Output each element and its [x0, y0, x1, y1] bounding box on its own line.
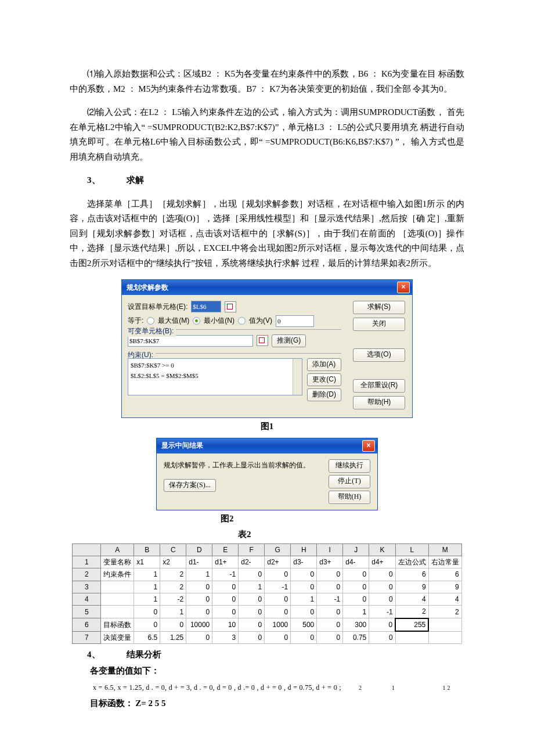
cell: 约束条件	[101, 568, 134, 581]
cell: 0	[212, 606, 239, 618]
cell: 决策变量	[101, 631, 134, 643]
cell: 0	[239, 568, 265, 581]
cell: -1	[265, 581, 291, 593]
cell: 0	[265, 568, 291, 581]
cell: 0	[317, 581, 343, 593]
cell: 0.75	[343, 631, 369, 643]
cell: d2-	[239, 556, 265, 568]
cell: 1	[160, 606, 186, 618]
cell	[101, 606, 134, 618]
cell: d1-	[186, 556, 212, 568]
col-header: I	[317, 543, 343, 556]
col-header: L	[395, 543, 428, 556]
cell: 6	[428, 568, 461, 581]
radio-min[interactable]	[193, 317, 200, 325]
col-header: H	[291, 543, 317, 556]
cell: 0	[239, 618, 265, 631]
cell: 0	[291, 568, 317, 581]
col-header: C	[160, 543, 186, 556]
table2-caption: 表2	[238, 527, 464, 542]
cell	[428, 618, 461, 631]
cell: 0	[239, 606, 265, 618]
col-header: B	[134, 543, 160, 556]
paragraph-1: ⑴输入原始数据和公式：区域B2 ： K5为各变量在约束条件中的系数，B6 ： K…	[70, 67, 464, 96]
ref-edit-icon[interactable]	[225, 301, 236, 312]
cell: 1	[134, 568, 160, 581]
figure2-caption: 图2	[221, 512, 464, 527]
constraints-list[interactable]: $B$7:$K$7 >= 0 $L$2:$L$5 = $M$2:$M$5	[128, 358, 302, 395]
dialog2-message: 规划求解暂停，工作表上显示出当前求解的值。	[164, 459, 318, 471]
options-button[interactable]: 选项(O)	[353, 348, 405, 362]
close-icon[interactable]: ×	[362, 440, 375, 452]
heading-3: 3、 求解	[87, 173, 464, 188]
reset-button[interactable]: 全部重设(R)	[353, 379, 405, 393]
dialog2-title: 显示中间结果	[161, 440, 203, 451]
solver-params-dialog: 规划求解参数 × 设置目标单元格(E): 等于: 最大值(M) 最小值(N) 值…	[121, 279, 413, 418]
cell: 0	[317, 568, 343, 581]
ref-edit-icon[interactable]	[257, 335, 268, 346]
cell: 0	[369, 581, 396, 593]
cell: 0	[343, 568, 369, 581]
cell: 10	[212, 618, 239, 631]
guess-button[interactable]: 推测(G)	[272, 334, 306, 347]
cell: 300	[343, 618, 369, 631]
cell: 0	[265, 631, 291, 643]
radio-max[interactable]	[147, 317, 154, 325]
cell: 3	[73, 581, 101, 593]
cell: 1	[291, 593, 317, 606]
stop-button[interactable]: 停止(T)	[329, 475, 370, 488]
cell: d2+	[265, 556, 291, 568]
cell: 1	[134, 581, 160, 593]
col-header: E	[212, 543, 239, 556]
cell: 0	[134, 606, 160, 618]
target-cell-input[interactable]	[191, 301, 221, 312]
cell: 2	[428, 606, 461, 618]
radio-value[interactable]	[238, 317, 246, 325]
help-button[interactable]: 帮助(H)	[329, 491, 370, 504]
col-header: A	[101, 543, 134, 556]
cell: 0	[291, 606, 317, 618]
changing-cells-label: 可变单元格(B):	[128, 325, 176, 337]
cell: 9	[428, 581, 461, 593]
cell: 0	[317, 631, 343, 643]
cell: 变量名称	[101, 556, 134, 568]
scrollbar[interactable]	[293, 359, 302, 395]
cell: 2	[160, 581, 186, 593]
cell: 1.25	[160, 631, 186, 643]
close-icon[interactable]: ×	[397, 282, 410, 293]
paragraph-3: 选择菜单［工具］［规划求解］，出现［规划求解参数］对话框，在对话框中输入如图1所…	[70, 197, 464, 271]
delete-button[interactable]: 删除(D)	[307, 388, 341, 401]
cell: 255	[395, 618, 428, 631]
cell: 6	[395, 568, 428, 581]
save-scenario-button[interactable]: 保存方案(S)...	[164, 479, 216, 492]
cell: 0	[343, 581, 369, 593]
cell: d3-	[291, 556, 317, 568]
add-button[interactable]: 添加(A)	[307, 358, 341, 371]
col-header	[73, 543, 101, 556]
cell: 0	[369, 568, 396, 581]
figure1-caption: 图1	[70, 419, 464, 434]
cell: d4+	[369, 556, 396, 568]
heading-4: 4、 结果分析	[87, 647, 464, 663]
subheading-4: 各变量的值如下：	[90, 664, 465, 679]
cell: 10000	[186, 618, 212, 631]
col-header: M	[428, 543, 461, 556]
value-of-input[interactable]	[276, 315, 314, 327]
help-button[interactable]: 帮助(H)	[353, 396, 405, 409]
close-button[interactable]: 关闭	[353, 318, 405, 331]
cell: d3+	[317, 556, 343, 568]
cell: 7	[73, 631, 101, 643]
cell: 0	[160, 618, 186, 631]
cell: d4-	[343, 556, 369, 568]
change-button[interactable]: 更改(C)	[307, 373, 341, 386]
col-header: J	[343, 543, 369, 556]
cell: 0	[186, 581, 212, 593]
min-label: 最小值(N)	[204, 315, 234, 326]
col-header: D	[186, 543, 212, 556]
continue-button[interactable]: 继续执行	[329, 459, 370, 473]
solve-button[interactable]: 求解(S)	[353, 301, 405, 314]
cell: 左边公式	[395, 556, 428, 568]
cell: 右边常量	[428, 556, 461, 568]
cell	[395, 631, 428, 643]
col-header: F	[239, 543, 265, 556]
